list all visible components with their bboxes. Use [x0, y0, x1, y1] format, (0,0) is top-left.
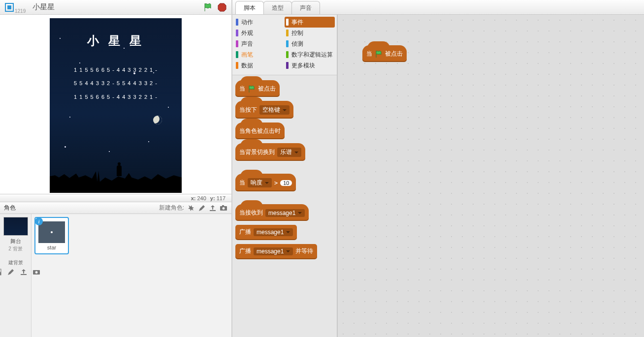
script-canvas[interactable]: 当 被点击 — [338, 15, 644, 337]
new-backdrop-label: 建背景 — [8, 259, 23, 266]
right-pane: 脚本 造型 声音 动作 事件 外观 控制 声音 侦测 画笔 数字和逻辑运算 数据… — [232, 0, 644, 337]
category-pen[interactable]: 画笔 — [234, 49, 285, 60]
svg-marker-0 — [218, 3, 226, 11]
category-events[interactable]: 事件 — [285, 17, 335, 28]
stage-header: 1219 小星星 — [0, 0, 231, 15]
sprite-name: star — [47, 245, 56, 250]
person-silhouette — [117, 165, 122, 176]
stage-thumb-column: 舞台 2 背景 建背景 — [0, 214, 32, 337]
stop-icon[interactable] — [218, 3, 226, 12]
stage-thumbnail[interactable] — [3, 217, 28, 236]
backdrop-title: 小 星 星 — [50, 33, 182, 49]
tab-bar: 脚本 造型 声音 — [232, 0, 644, 15]
broadcast-dropdown[interactable]: message1 — [254, 228, 293, 236]
sprite-header: 角色 新建角色: — [0, 202, 231, 214]
sprite-panel-label: 角色 — [4, 204, 16, 212]
block-list: 当 被点击 当按下 空格键 当角色被点击时 当背景切换到 乐谱 — [232, 75, 337, 337]
category-motion[interactable]: 动作 — [234, 17, 285, 28]
block-when-loudness[interactable]: 当 响度 > 10 — [235, 174, 296, 190]
category-grid: 动作 事件 外观 控制 声音 侦测 画笔 数字和逻辑运算 数据 更多模块 — [232, 15, 337, 75]
camera-sprite-icon[interactable] — [220, 204, 227, 212]
svg-point-2 — [223, 207, 225, 210]
block-when-receive[interactable]: 当接收到 message1 — [235, 204, 309, 220]
stage-thumb-sub: 2 背景 — [8, 245, 22, 252]
backdrop-dropdown[interactable]: 乐谱 — [277, 148, 301, 157]
flag-icon — [375, 50, 383, 58]
block-when-sprite-clicked[interactable]: 当角色被点击时 — [235, 123, 285, 138]
fullscreen-icon[interactable] — [5, 3, 14, 12]
category-looks[interactable]: 外观 — [234, 28, 285, 38]
paint-backdrop-icon[interactable] — [7, 268, 15, 276]
block-when-flag-clicked[interactable]: 当 被点击 — [235, 80, 280, 96]
project-title[interactable]: 小星星 — [32, 2, 55, 12]
choose-backdrop-icon[interactable] — [0, 268, 2, 276]
left-pane: 1219 小星星 小 星 星 1 1 5 5 6 6 5 - 4 4 3 3 2… — [0, 0, 232, 337]
tab-costumes[interactable]: 造型 — [263, 1, 292, 14]
broadcast-wait-dropdown[interactable]: message1 — [254, 247, 293, 255]
category-data[interactable]: 数据 — [234, 60, 285, 71]
category-operators[interactable]: 数字和逻辑运算 — [285, 49, 335, 60]
block-when-backdrop-switches[interactable]: 当背景切换到 乐谱 — [235, 143, 305, 160]
flag-icon — [248, 85, 256, 93]
category-control[interactable]: 控制 — [285, 28, 335, 38]
sprite-list: i star — [32, 214, 231, 337]
sprite-area: 舞台 2 背景 建背景 i star — [0, 214, 231, 337]
moon-graphic — [153, 116, 162, 124]
loudness-input[interactable]: 10 — [280, 180, 292, 186]
mouse-coords: x:240 y:117 — [0, 194, 231, 202]
block-palette: 动作 事件 外观 控制 声音 侦测 画笔 数字和逻辑运算 数据 更多模块 当 被… — [232, 15, 338, 337]
tree-silhouette — [50, 165, 182, 193]
block-broadcast-wait[interactable]: 广播 message1 并等待 — [235, 244, 317, 258]
block-when-key-pressed[interactable]: 当按下 空格键 — [235, 101, 293, 118]
project-id: 1219 — [15, 8, 26, 14]
stage-thumb-label: 舞台 — [10, 238, 21, 245]
paint-sprite-icon[interactable] — [198, 204, 206, 212]
key-dropdown[interactable]: 空格键 — [259, 105, 290, 115]
message-dropdown[interactable]: message1 — [265, 209, 305, 217]
new-sprite-label: 新建角色: — [159, 204, 184, 212]
green-flag-icon[interactable] — [203, 2, 213, 12]
upload-backdrop-icon[interactable] — [20, 268, 28, 276]
loudness-dropdown[interactable]: 响度 — [248, 178, 272, 187]
tab-sounds[interactable]: 声音 — [291, 1, 320, 14]
category-sound[interactable]: 声音 — [234, 38, 285, 49]
category-sensing[interactable]: 侦测 — [285, 38, 335, 49]
choose-sprite-icon[interactable] — [187, 204, 195, 212]
upload-sprite-icon[interactable] — [209, 204, 217, 212]
svg-rect-3 — [222, 205, 224, 207]
work-area: 动作 事件 外观 控制 声音 侦测 画笔 数字和逻辑运算 数据 更多模块 当 被… — [232, 15, 644, 337]
backdrop-notes: 1 1 5 5 6 6 5 - 4 4 3 3 2 2 1 - 5 5 4 4 … — [50, 63, 182, 104]
sprite-thumbnail-star[interactable]: i star — [34, 217, 69, 254]
category-more[interactable]: 更多模块 — [285, 60, 335, 71]
tab-scripts[interactable]: 脚本 — [235, 1, 264, 14]
stage-wrap: 小 星 星 1 1 5 5 6 6 5 - 4 4 3 3 2 2 1 - 5 … — [0, 15, 231, 194]
stage-canvas[interactable]: 小 星 星 1 1 5 5 6 6 5 - 4 4 3 3 2 2 1 - 5 … — [50, 18, 182, 193]
sprite-info-icon[interactable]: i — [35, 217, 43, 225]
placed-block-when-flag[interactable]: 当 被点击 — [362, 45, 407, 61]
block-broadcast[interactable]: 广播 message1 — [235, 225, 297, 239]
